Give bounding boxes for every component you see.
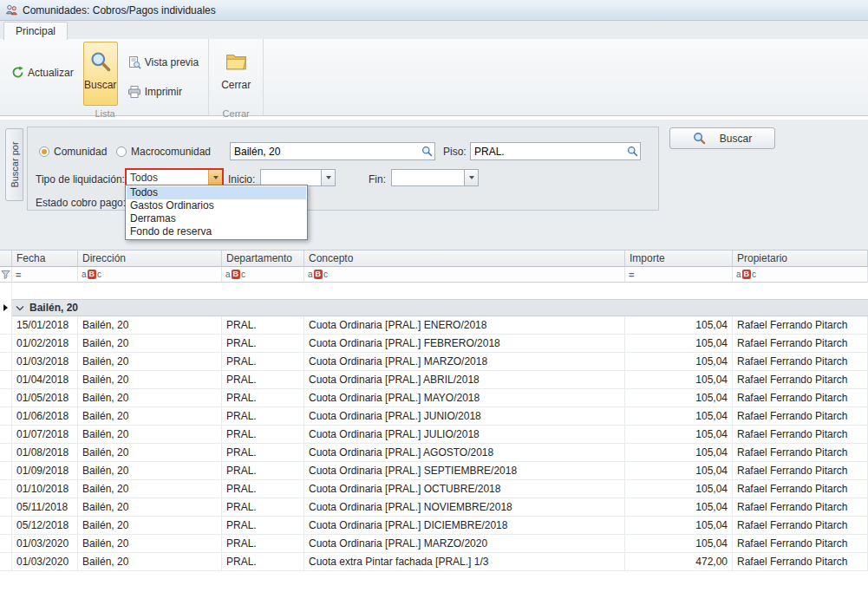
cell-importe[interactable]: 105,04 (625, 371, 733, 389)
cell-importe[interactable]: 105,04 (625, 407, 733, 426)
cell-departamento[interactable]: PRAL. (222, 498, 304, 517)
chevron-down-icon[interactable] (464, 170, 478, 185)
table-row[interactable]: 01/03/2020 Bailén, 20 PRAL. Cuota Ordina… (0, 535, 868, 553)
table-row[interactable]: 01/05/2018 Bailén, 20 PRAL. Cuota Ordina… (0, 389, 868, 407)
piso-input[interactable] (471, 146, 625, 158)
table-row[interactable]: 01/03/2020 Bailén, 20 PRAL. Cuota extra … (0, 553, 868, 571)
cell-importe[interactable]: 105,04 (625, 462, 733, 480)
cell-importe[interactable]: 105,04 (625, 498, 733, 517)
cell-importe[interactable]: 105,04 (625, 353, 733, 371)
table-row[interactable]: 05/11/2018 Bailén, 20 PRAL. Cuota Ordina… (0, 498, 868, 517)
cell-fecha[interactable]: 05/12/2018 (12, 517, 78, 535)
dropdown-option[interactable]: Derramas (127, 212, 306, 225)
dropdown-option[interactable]: Fondo de reserva (127, 225, 306, 238)
chevron-down-icon[interactable] (321, 170, 335, 185)
cell-propietario[interactable]: Rafael Ferrando Pitarch (733, 371, 868, 389)
table-row[interactable]: 01/06/2018 Bailén, 20 PRAL. Cuota Ordina… (0, 407, 868, 426)
cell-concepto[interactable]: Cuota Ordinaria [PRAL.] ABRIL/2018 (304, 371, 625, 389)
cell-propietario[interactable]: Rafael Ferrando Pitarch (733, 462, 868, 480)
cell-concepto[interactable]: Cuota Ordinaria [PRAL.] JULIO/2018 (304, 426, 625, 444)
cell-fecha[interactable]: 01/02/2018 (12, 335, 78, 353)
cell-importe[interactable]: 105,04 (625, 389, 733, 407)
cell-propietario[interactable]: Rafael Ferrando Pitarch (733, 498, 868, 517)
cell-propietario[interactable]: Rafael Ferrando Pitarch (733, 335, 868, 353)
comunidad-input[interactable] (231, 146, 420, 158)
cell-concepto[interactable]: Cuota Ordinaria [PRAL.] DICIEMBRE/2018 (304, 517, 625, 535)
cell-fecha[interactable]: 01/08/2018 (12, 444, 78, 462)
cell-concepto[interactable]: Cuota Ordinaria [PRAL.] NOVIEMBRE/2018 (304, 498, 625, 517)
table-row[interactable]: 15/01/2018 Bailén, 20 PRAL. Cuota Ordina… (0, 316, 868, 335)
cell-propietario[interactable]: Rafael Ferrando Pitarch (733, 444, 868, 462)
cell-direccion[interactable]: Bailén, 20 (78, 480, 222, 498)
cell-propietario[interactable]: Rafael Ferrando Pitarch (733, 389, 868, 407)
cell-direccion[interactable]: Bailén, 20 (78, 444, 222, 462)
buscar-ribbon-button[interactable]: Buscar (83, 42, 118, 106)
cell-importe[interactable]: 105,04 (625, 480, 733, 498)
cell-departamento[interactable]: PRAL. (222, 535, 304, 553)
cell-direccion[interactable]: Bailén, 20 (78, 462, 222, 480)
column-header-propietario[interactable]: Propietario (733, 250, 868, 267)
chevron-down-icon[interactable] (208, 170, 222, 185)
cell-concepto[interactable]: Cuota extra Pintar fachada [PRAL.] 1/3 (304, 553, 625, 571)
fin-combo[interactable] (391, 169, 479, 186)
buscar-por-side-tab[interactable]: Buscar por (5, 128, 23, 201)
cell-importe[interactable]: 105,04 (625, 426, 733, 444)
cell-direccion[interactable]: Bailén, 20 (78, 498, 222, 517)
table-row[interactable]: 01/04/2018 Bailén, 20 PRAL. Cuota Ordina… (0, 371, 868, 389)
cell-concepto[interactable]: Cuota Ordinaria [PRAL.] OCTUBRE/2018 (304, 480, 625, 498)
cell-direccion[interactable]: Bailén, 20 (78, 316, 222, 335)
cell-fecha[interactable]: 01/06/2018 (12, 407, 78, 426)
column-header-fecha[interactable]: Fecha (12, 250, 78, 267)
imprimir-button[interactable]: Imprimir (121, 81, 205, 102)
cell-departamento[interactable]: PRAL. (222, 462, 304, 480)
cell-departamento[interactable]: PRAL. (222, 335, 304, 353)
filter-cell-propietario[interactable]: aBc (733, 267, 868, 283)
table-row[interactable]: 01/08/2018 Bailén, 20 PRAL. Cuota Ordina… (0, 444, 868, 462)
cell-propietario[interactable]: Rafael Ferrando Pitarch (733, 553, 868, 571)
table-row[interactable]: 01/07/2018 Bailén, 20 PRAL. Cuota Ordina… (0, 426, 868, 444)
group-row[interactable]: Bailén, 20 (0, 299, 868, 316)
table-row[interactable]: 01/02/2018 Bailén, 20 PRAL. Cuota Ordina… (0, 335, 868, 353)
cell-importe[interactable]: 105,04 (625, 517, 733, 535)
cell-propietario[interactable]: Rafael Ferrando Pitarch (733, 316, 868, 335)
cell-concepto[interactable]: Cuota Ordinaria [PRAL.] AGOSTO/2018 (304, 444, 625, 462)
cell-fecha[interactable]: 01/09/2018 (12, 462, 78, 480)
column-header-concepto[interactable]: Concepto (304, 250, 625, 267)
macrocomunidad-radio[interactable]: Macrocomunidad (116, 146, 211, 158)
cell-departamento[interactable]: PRAL. (222, 353, 304, 371)
cell-concepto[interactable]: Cuota Ordinaria [PRAL.] JUNIO/2018 (304, 407, 625, 426)
cell-importe[interactable]: 105,04 (625, 316, 733, 335)
cell-direccion[interactable]: Bailén, 20 (78, 407, 222, 426)
cell-fecha[interactable]: 01/03/2018 (12, 353, 78, 371)
cell-departamento[interactable]: PRAL. (222, 517, 304, 535)
table-row[interactable]: 01/09/2018 Bailén, 20 PRAL. Cuota Ordina… (0, 462, 868, 480)
cell-departamento[interactable]: PRAL. (222, 553, 304, 571)
cell-direccion[interactable]: Bailén, 20 (78, 517, 222, 535)
cell-importe[interactable]: 105,04 (625, 535, 733, 553)
cell-direccion[interactable]: Bailén, 20 (78, 535, 222, 553)
inicio-combo[interactable] (260, 169, 336, 186)
cell-fecha[interactable]: 01/07/2018 (12, 426, 78, 444)
cell-departamento[interactable]: PRAL. (222, 389, 304, 407)
filter-cell-concepto[interactable]: aBc (304, 267, 625, 283)
cell-fecha[interactable]: 15/01/2018 (12, 316, 78, 335)
cell-concepto[interactable]: Cuota Ordinaria [PRAL.] ENERO/2018 (304, 316, 625, 335)
dropdown-option[interactable]: Todos (127, 186, 306, 199)
filter-cell-departamento[interactable]: aBc (222, 267, 304, 283)
cell-fecha[interactable]: 01/10/2018 (12, 480, 78, 498)
table-row[interactable]: 05/12/2018 Bailén, 20 PRAL. Cuota Ordina… (0, 517, 868, 535)
cell-direccion[interactable]: Bailén, 20 (78, 371, 222, 389)
cell-direccion[interactable]: Bailén, 20 (78, 335, 222, 353)
cell-departamento[interactable]: PRAL. (222, 407, 304, 426)
cell-concepto[interactable]: Cuota Ordinaria [PRAL.] SEPTIEMBRE/2018 (304, 462, 625, 480)
cell-departamento[interactable]: PRAL. (222, 371, 304, 389)
cell-concepto[interactable]: Cuota Ordinaria [PRAL.] MARZO/2020 (304, 535, 625, 553)
cell-importe[interactable]: 472,00 (625, 553, 733, 571)
table-row[interactable]: 01/10/2018 Bailén, 20 PRAL. Cuota Ordina… (0, 480, 868, 498)
cell-concepto[interactable]: Cuota Ordinaria [PRAL.] MAYO/2018 (304, 389, 625, 407)
cell-propietario[interactable]: Rafael Ferrando Pitarch (733, 426, 868, 444)
cell-importe[interactable]: 105,04 (625, 335, 733, 353)
comunidad-radio[interactable]: Comunidad (39, 146, 107, 158)
cell-direccion[interactable]: Bailén, 20 (78, 426, 222, 444)
cell-departamento[interactable]: PRAL. (222, 316, 304, 335)
